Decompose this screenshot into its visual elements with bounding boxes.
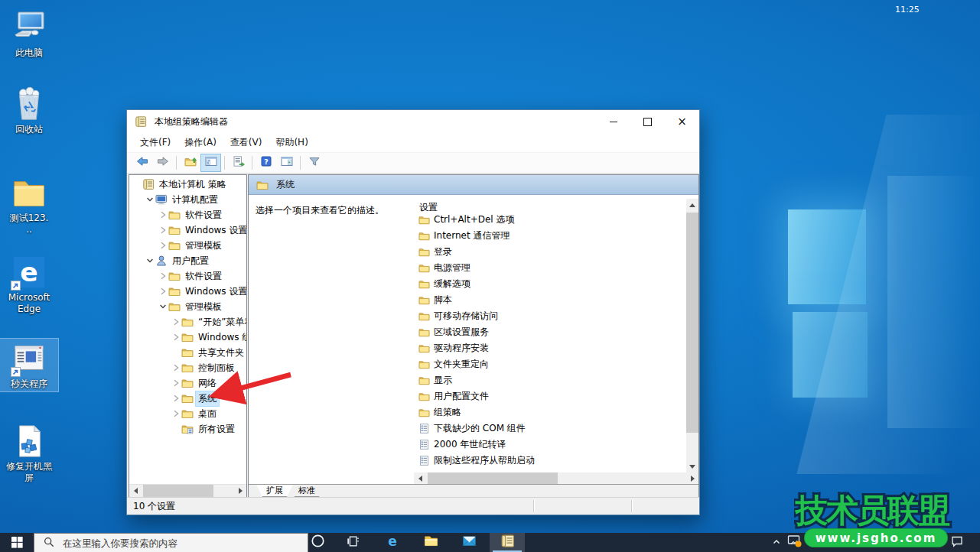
toolbar-help-button[interactable]: ?: [256, 154, 276, 172]
chevron-down-icon[interactable]: [158, 302, 168, 311]
tree-item[interactable]: Windows 设置: [129, 222, 246, 238]
list-item[interactable]: 文件夹重定向: [415, 356, 686, 372]
tree-item[interactable]: 计算机配置: [129, 192, 246, 207]
minimize-button[interactable]: [596, 110, 630, 133]
toolbar-up-folder-button[interactable]: [180, 154, 200, 172]
chevron-right-icon[interactable]: [158, 287, 168, 296]
taskbar-search-box[interactable]: [34, 533, 308, 552]
chevron-right-icon[interactable]: [171, 409, 181, 418]
taskbar-cortana-button[interactable]: [300, 533, 335, 552]
tree-item[interactable]: 控制面板: [129, 360, 246, 375]
list-item[interactable]: 限制这些程序从帮助启动: [415, 453, 686, 469]
tree-item[interactable]: 软件设置: [129, 207, 246, 222]
taskbar-task-view-button[interactable]: [335, 533, 370, 552]
toolbar-back-button[interactable]: [132, 154, 152, 172]
scrollbar-thumb[interactable]: [143, 485, 213, 497]
tree-item[interactable]: 系统: [129, 391, 246, 406]
list-item[interactable]: 用户配置文件: [415, 388, 686, 404]
taskbar-clock[interactable]: 11:25: [895, 5, 920, 15]
chevron-down-icon[interactable]: [145, 195, 155, 204]
toolbar-show-action-pane-button[interactable]: [276, 154, 297, 172]
chevron-right-icon[interactable]: [171, 394, 181, 403]
taskbar-gpedit-button[interactable]: [490, 533, 525, 552]
console-tree: 本地计算机 策略 计算机配置 软件设置 Windows 设置 管理模板 用户配置…: [129, 175, 246, 437]
desktop-icon-test-folder[interactable]: 测试123...: [0, 173, 58, 237]
tree-item[interactable]: 管理模板: [129, 238, 246, 253]
list-item[interactable]: 可移动存储访问: [415, 308, 686, 324]
chevron-right-icon[interactable]: [171, 363, 181, 372]
list-horizontal-scrollbar[interactable]: [414, 472, 698, 485]
list-item[interactable]: 区域设置服务: [415, 324, 686, 340]
scroll-right-button[interactable]: [686, 472, 698, 485]
list-item[interactable]: 缓解选项: [415, 276, 686, 292]
user-icon: [155, 255, 168, 267]
tree-item[interactable]: 所有设置: [129, 421, 246, 437]
tray-hidden-icons-chevron-button[interactable]: [768, 533, 785, 552]
list-item[interactable]: 组策略: [415, 404, 686, 420]
menu-item[interactable]: 文件(F): [133, 136, 177, 149]
list-column-header[interactable]: 设置: [415, 195, 686, 212]
chevron-right-icon[interactable]: [158, 226, 168, 235]
taskbar-mail-button[interactable]: [451, 533, 487, 552]
chevron-down-icon[interactable]: [145, 256, 155, 265]
toolbar-export-list-button[interactable]: [228, 154, 249, 172]
chevron-right-icon[interactable]: [171, 333, 181, 342]
menu-item[interactable]: 操作(A): [177, 136, 223, 149]
desktop-icon-recycle-bin[interactable]: 回收站: [0, 84, 58, 137]
chevron-right-icon[interactable]: [158, 271, 168, 281]
tab-extended[interactable]: 扩展: [256, 485, 293, 497]
tree-item[interactable]: 本地计算机 策略: [129, 177, 246, 192]
toolbar-show-console-tree-button[interactable]: [200, 154, 221, 172]
tree-item[interactable]: 管理模板: [129, 299, 246, 314]
search-input[interactable]: [61, 537, 278, 550]
tray-action-center-button[interactable]: [949, 533, 965, 552]
taskbar-file-explorer-button[interactable]: [413, 533, 448, 552]
tree-horizontal-scrollbar[interactable]: [129, 484, 246, 497]
chevron-right-icon[interactable]: [171, 378, 181, 388]
scrollbar-thumb[interactable]: [686, 213, 698, 433]
tree-item[interactable]: 共享文件夹: [129, 345, 246, 360]
tree-item[interactable]: Windows 设置: [129, 284, 246, 299]
chevron-right-icon[interactable]: [158, 241, 168, 250]
list-item[interactable]: 登录: [415, 244, 686, 260]
start-button[interactable]: [0, 533, 34, 552]
scroll-up-button[interactable]: [686, 199, 698, 211]
list-item[interactable]: 脚本: [415, 292, 686, 308]
menu-item[interactable]: 查看(V): [223, 136, 269, 149]
toolbar-forward-button[interactable]: [152, 154, 173, 172]
toolbar-filter-button[interactable]: [304, 154, 324, 172]
tree-item[interactable]: 用户配置: [129, 253, 246, 268]
tree-item[interactable]: “开始”菜单和: [129, 314, 246, 330]
desktop-icon-microsoft-edge[interactable]: e MicrosoftEdge: [0, 252, 58, 317]
list-item[interactable]: Ctrl+Alt+Del 选项: [415, 212, 686, 228]
tab-standard[interactable]: 标准: [288, 485, 325, 497]
statusbar-divider: [533, 500, 534, 512]
tray-screen-cast-button[interactable]: [786, 533, 803, 552]
folder-icon: [181, 331, 194, 343]
list-item[interactable]: 下载缺少的 COM 组件: [415, 420, 686, 437]
tree-item[interactable]: 软件设置: [129, 268, 246, 284]
tree-item[interactable]: 桌面: [129, 406, 246, 421]
menu-item[interactable]: 帮助(H): [269, 136, 314, 149]
list-item[interactable]: 驱动程序安装: [415, 340, 686, 356]
scroll-left-button[interactable]: [129, 485, 142, 497]
taskbar-edge-button[interactable]: e: [375, 533, 410, 552]
tree-item[interactable]: Windows 组: [129, 330, 246, 345]
close-button[interactable]: ×: [665, 110, 699, 133]
desktop-icon-miaoguan-app[interactable]: 秒关程序: [0, 339, 58, 391]
scroll-right-button[interactable]: [234, 485, 246, 497]
scrollbar-thumb[interactable]: [428, 472, 558, 485]
chevron-right-icon[interactable]: [171, 317, 181, 326]
tree-item[interactable]: 网络: [129, 375, 246, 391]
scroll-down-button[interactable]: [686, 460, 698, 472]
chevron-right-icon[interactable]: [158, 210, 168, 219]
scroll-left-button[interactable]: [414, 472, 426, 485]
list-item[interactable]: 电源管理: [415, 260, 686, 276]
desktop-icon-fix-black-screen[interactable]: 修复开机黑屏: [0, 421, 58, 485]
list-item[interactable]: Internet 通信管理: [415, 228, 686, 244]
list-item[interactable]: 显示: [415, 372, 686, 388]
desktop-icon-this-pc[interactable]: 此电脑: [0, 8, 58, 60]
list-item[interactable]: 2000 年世纪转译: [415, 437, 686, 453]
list-vertical-scrollbar[interactable]: [686, 199, 698, 472]
maximize-button[interactable]: [630, 110, 665, 133]
